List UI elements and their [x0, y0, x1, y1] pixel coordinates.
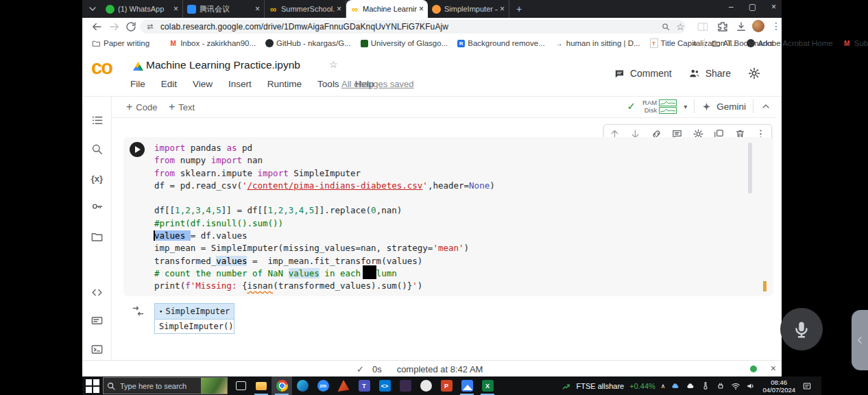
taskbar-edge[interactable]	[292, 376, 313, 395]
thermometer-icon[interactable]	[701, 381, 710, 391]
menu-runtime[interactable]: Runtime	[267, 79, 302, 89]
code-editor[interactable]: import pandas as pdfrom numpy import nan…	[154, 142, 495, 293]
taskbar-task-view[interactable]	[230, 376, 251, 395]
profile-avatar[interactable]	[752, 20, 764, 32]
browser-tab[interactable]: (1) WhatsApp×	[101, 0, 183, 18]
address-bar[interactable]: colab.research.google.com/drive/1DmwAiga…	[140, 20, 686, 34]
bookmark-item[interactable]: GitHub - nkargas/G...	[265, 39, 351, 47]
menu-edit[interactable]: Edit	[161, 79, 177, 89]
browser-tab[interactable]: 腾讯会议×	[183, 0, 265, 18]
code-cell[interactable]: import pandas as pdfrom numpy import nan…	[123, 137, 773, 296]
comment-button[interactable]: Comment	[614, 68, 672, 80]
site-settings-icon[interactable]	[145, 22, 155, 32]
taskbar-file-explorer[interactable]	[251, 376, 272, 395]
close-button[interactable]: ×	[771, 2, 776, 12]
side-panel-icon[interactable]	[697, 21, 709, 33]
taskbar-matlab[interactable]	[333, 376, 354, 395]
extensions-icon[interactable]	[716, 21, 729, 33]
onedrive-cloud-icon[interactable]	[671, 381, 680, 391]
files-icon[interactable]	[91, 230, 104, 243]
browser-tab[interactable]: ∞Machine Learning Practice.ipy×	[346, 0, 428, 18]
bookmarks-overflow-icon[interactable]: »	[692, 39, 697, 47]
bookmark-item[interactable]: →human in sitting | D...	[555, 39, 640, 48]
variables-icon[interactable]: {x}	[91, 172, 104, 185]
star-notebook-icon[interactable]: ☆	[329, 59, 338, 70]
usb-icon[interactable]	[716, 381, 725, 391]
taskbar-photos[interactable]	[457, 376, 477, 395]
chrome-menu-icon[interactable]: ⋮	[770, 21, 782, 33]
menu-view[interactable]: View	[193, 79, 213, 89]
taskbar-app-light[interactable]	[415, 376, 436, 395]
hidden-icons-chevron[interactable]: ∧	[661, 383, 666, 390]
bookmark-item[interactable]: RBackground remove...	[457, 39, 545, 47]
downloads-icon[interactable]	[735, 21, 747, 33]
browser-tab[interactable]: SimpleImputer — scikit-learn 1×	[428, 0, 509, 18]
estimator-header[interactable]: ▾ SimpleImputer	[154, 303, 234, 320]
dismiss-status-icon[interactable]: ×	[771, 363, 776, 374]
terminal-icon[interactable]	[91, 343, 104, 356]
taskbar-vscode[interactable]: <>	[374, 376, 395, 395]
gemini-button[interactable]: Gemini	[701, 101, 746, 112]
maximize-button[interactable]: ▢	[749, 2, 756, 12]
taskbar-excel[interactable]: X	[477, 376, 498, 395]
tab-close-icon[interactable]: ×	[337, 4, 341, 14]
reload-icon[interactable]	[125, 21, 137, 33]
zoom-indicator-icon[interactable]	[661, 22, 671, 32]
menu-file[interactable]: File	[130, 79, 145, 89]
taskbar-powerpoint[interactable]: P	[436, 376, 457, 395]
save-status[interactable]: All changes saved	[341, 79, 414, 89]
notebook-scrollbar[interactable]	[748, 143, 752, 193]
resources-dropdown-icon[interactable]: ▾	[684, 103, 687, 110]
bookmark-item[interactable]: University of Glasgo...	[361, 39, 448, 47]
toc-icon[interactable]	[91, 114, 104, 127]
search-icon[interactable]	[91, 143, 104, 156]
stock-chart-icon[interactable]	[562, 381, 571, 391]
settings-gear-icon[interactable]	[747, 67, 761, 80]
taskbar-clock[interactable]: 08:46 04/07/2024	[762, 379, 795, 394]
resources-indicator[interactable]: RAM Disk	[642, 99, 677, 115]
collapse-header-icon[interactable]	[760, 101, 771, 112]
uofg-icon	[361, 40, 368, 47]
bookmark-item[interactable]: MInbox - zakirkhan90...	[169, 39, 256, 48]
action-center-icon[interactable]	[802, 381, 812, 391]
menu-tools[interactable]: Tools	[317, 79, 339, 89]
tab-close-icon[interactable]: ×	[500, 4, 505, 14]
edge-panel-handle[interactable]	[852, 310, 868, 370]
colab-logo[interactable]: co	[91, 56, 112, 79]
snippets-icon[interactable]	[91, 286, 104, 299]
taskbar-teams[interactable]: T	[354, 376, 374, 395]
bookmark-star-icon[interactable]: ☆	[676, 21, 685, 32]
back-icon[interactable]	[91, 21, 103, 33]
stock-name[interactable]: FTSE allshare	[577, 382, 625, 390]
new-tab-button[interactable]: +	[516, 3, 522, 14]
all-bookmarks-button[interactable]: All Bookmarks	[712, 39, 774, 48]
notebook-title[interactable]: Machine Learning Practice.ipynb	[146, 59, 300, 71]
tab-close-icon[interactable]: ×	[255, 4, 260, 14]
browser-tab[interactable]: ∞SummerSchool.ipynb - Colab×	[265, 0, 346, 18]
browser-toolbar: colab.research.google.com/drive/1DmwAiga…	[82, 18, 782, 36]
tab-close-icon[interactable]: ×	[419, 4, 424, 14]
secrets-icon[interactable]	[91, 201, 104, 214]
taskbar-zoom[interactable]: zm	[313, 376, 333, 395]
forward-icon[interactable]	[108, 21, 121, 33]
add-code-button[interactable]: + Code	[126, 101, 157, 113]
recorder-mic-button[interactable]	[780, 308, 823, 350]
start-button[interactable]	[82, 376, 103, 395]
add-text-button[interactable]: + Text	[169, 101, 195, 113]
tab-search-icon[interactable]	[87, 3, 98, 14]
tab-close-icon[interactable]: ×	[173, 4, 178, 14]
share-button[interactable]: Share	[688, 67, 731, 80]
commands-icon[interactable]	[91, 314, 104, 327]
scikit-favicon	[432, 5, 441, 14]
wifi-icon[interactable]	[731, 381, 740, 391]
taskbar-app-dark[interactable]	[395, 376, 415, 395]
minimize-button[interactable]: –	[729, 2, 734, 12]
taskbar-chrome[interactable]	[272, 376, 292, 395]
menu-insert[interactable]: Insert	[228, 79, 252, 89]
run-cell-button[interactable]	[130, 142, 145, 157]
cloud-icon[interactable]	[686, 381, 695, 391]
bookmark-item[interactable]: Paper writing	[92, 39, 149, 48]
volume-icon[interactable]	[746, 381, 756, 391]
taskbar-search[interactable]: Type here to search	[103, 377, 228, 394]
bookmark-item[interactable]: MSubject: Assistance...	[843, 39, 868, 48]
